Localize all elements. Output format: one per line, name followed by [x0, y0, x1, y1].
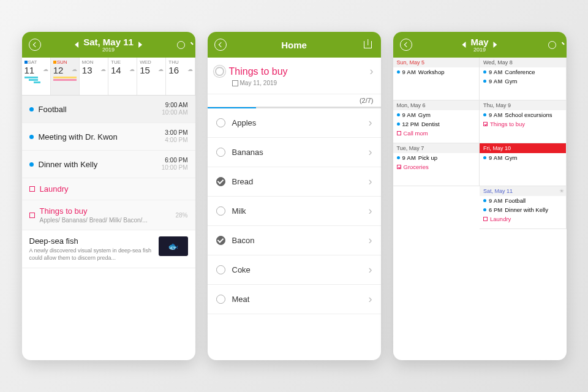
back-icon — [214, 39, 227, 51]
list-title: Things to buy — [229, 66, 365, 77]
back-icon — [29, 39, 41, 51]
news-card[interactable]: Deep-sea fishA newly discovered visual s… — [22, 230, 195, 268]
back-button[interactable] — [214, 38, 227, 51]
item-checkbox[interactable] — [216, 118, 225, 127]
checkbox-checked-icon — [397, 165, 401, 169]
week-view-screen: May 2019 Sun, May 59 AM WorkshopWed, May… — [393, 32, 567, 360]
day-cell[interactable]: SAT11☁ — [22, 58, 51, 95]
event-dot-icon — [483, 199, 486, 202]
event-title: Dinner with Kelly — [39, 160, 162, 169]
next-day-button[interactable] — [138, 42, 142, 48]
item-checkbox[interactable] — [216, 148, 225, 157]
agenda-list: Football9:00 AM10:00 AMMeeting with Dr. … — [22, 96, 195, 360]
chevron-right-icon: › — [369, 146, 372, 159]
agenda-event[interactable]: Dinner with Kelly6:00 PM10:00 PM — [22, 151, 195, 178]
day-cell[interactable]: MON13☁ — [80, 58, 108, 95]
chevron-right-icon: › — [370, 65, 374, 78]
cell-event: 9 AM Workshop — [393, 67, 480, 77]
item-checkbox[interactable] — [216, 206, 225, 216]
cell-event: 9 AM Conference — [480, 67, 566, 77]
search-button[interactable] — [176, 38, 189, 51]
task-title: Laundry — [40, 184, 188, 194]
week-cell[interactable]: Thu, May 99 AM School excursionsThings t… — [480, 100, 567, 143]
agenda-event[interactable]: Football9:00 AM10:00 AM — [22, 96, 195, 123]
header: May 2019 — [393, 32, 567, 58]
back-button[interactable] — [399, 38, 413, 51]
event-dot-icon — [483, 208, 486, 211]
list-item[interactable]: Bacon› — [208, 226, 381, 255]
news-title: Deep-sea fish — [29, 236, 154, 246]
list-item[interactable]: Bread› — [208, 167, 381, 197]
cell-date: Fri, May 10 — [480, 143, 566, 153]
item-checkbox[interactable] — [216, 295, 225, 304]
cell-event: 9 AM Gym — [393, 110, 480, 119]
event-time: 3:00 PM4:00 PM — [165, 129, 187, 144]
cell-task: Call mom — [393, 129, 480, 138]
cell-task: Things to buy — [480, 119, 566, 129]
list-header[interactable]: Things to buy › May 11, 2019 — [208, 58, 381, 94]
prev-day-button[interactable] — [75, 42, 78, 48]
chevron-right-icon: › — [369, 175, 372, 188]
list-item[interactable]: Coke› — [208, 255, 381, 285]
event-time: 6:00 PM10:00 PM — [162, 157, 188, 172]
item-label: Apples — [232, 118, 362, 127]
item-label: Coke — [232, 265, 362, 274]
list-radio-icon — [215, 67, 224, 76]
cell-event: 6 PM Dinner with Kelly — [480, 205, 566, 214]
cell-date: Sat, May 11 — [480, 186, 566, 196]
day-cell[interactable]: TUE14☁ — [108, 58, 137, 95]
cell-date: Mon, May 6 — [393, 100, 480, 110]
list-item[interactable]: Apples› — [208, 108, 381, 138]
item-checkbox[interactable] — [216, 177, 225, 186]
list-count: (2/7) — [208, 94, 381, 107]
share-button[interactable] — [361, 38, 375, 51]
cell-date: Tue, May 7 — [393, 143, 480, 153]
item-checkbox[interactable] — [216, 265, 225, 274]
checkbox-icon — [483, 217, 488, 221]
event-title: Football — [39, 105, 162, 114]
agenda-event[interactable]: Meeting with Dr. Kwon3:00 PM4:00 PM — [22, 123, 195, 151]
day-selector: SAT11☁SUN12☁MON13☁TUE14☁WED15☁THU16☁ — [22, 58, 195, 96]
chevron-right-icon: › — [369, 293, 372, 306]
cell-event: 9 AM Gym — [480, 153, 566, 162]
prev-month-button[interactable] — [462, 42, 466, 48]
list-item[interactable]: Meat› — [208, 285, 381, 314]
task-sub: Apples/ Bananas/ Bread/ Milk/ Bacon/... — [40, 217, 176, 224]
event-dot-icon — [397, 113, 400, 116]
item-label: Bread — [232, 177, 362, 186]
chevron-right-icon: › — [369, 234, 372, 247]
day-cell[interactable]: THU16☁ — [166, 58, 195, 95]
week-cell[interactable]: Fri, May 109 AM Gym — [480, 143, 567, 186]
list-view-screen: Home Things to buy › May 11, 2019 (2/7) … — [208, 32, 381, 360]
week-cell[interactable]: Wed, May 89 AM Conference9 AM Gym — [480, 58, 567, 100]
agenda-task[interactable]: Things to buyApples/ Bananas/ Bread/ Mil… — [22, 200, 195, 230]
chevron-right-icon: › — [369, 116, 372, 129]
week-cell[interactable]: ☀Sat, May 119 AM Football6 PM Dinner wit… — [480, 186, 567, 229]
agenda-task[interactable]: Laundry — [22, 178, 195, 200]
event-dot-icon — [483, 156, 486, 159]
header-year: 2019 — [83, 47, 134, 53]
week-cell[interactable]: Sun, May 59 AM Workshop — [393, 58, 480, 100]
week-cell[interactable]: Mon, May 69 AM Gym12 PM DentistCall mom — [393, 100, 480, 143]
day-cell[interactable]: WED15☁ — [137, 58, 166, 95]
task-percent: 28% — [175, 212, 187, 219]
back-button[interactable] — [28, 38, 42, 51]
item-label: Bananas — [232, 148, 362, 157]
event-dot-icon — [397, 123, 400, 126]
item-label: Bacon — [232, 236, 362, 245]
next-month-button[interactable] — [494, 42, 497, 48]
week-cell[interactable]: Tue, May 79 AM Pick upGroceries — [393, 143, 480, 186]
list-item[interactable]: Milk› — [208, 197, 381, 226]
back-icon — [400, 39, 412, 51]
day-cell[interactable]: SUN12☁ — [51, 58, 80, 95]
event-dot-icon — [483, 113, 486, 116]
week-cell[interactable] — [393, 186, 480, 229]
event-title: Meeting with Dr. Kwon — [39, 132, 165, 141]
news-image: 🐟 — [159, 236, 188, 256]
search-button[interactable] — [547, 38, 560, 51]
event-time: 9:00 AM10:00 AM — [162, 102, 187, 116]
item-checkbox[interactable] — [216, 236, 225, 245]
cell-date: Thu, May 9 — [480, 100, 566, 110]
list-item[interactable]: Bananas› — [208, 138, 381, 167]
cell-event: 9 AM Gym — [480, 77, 566, 86]
